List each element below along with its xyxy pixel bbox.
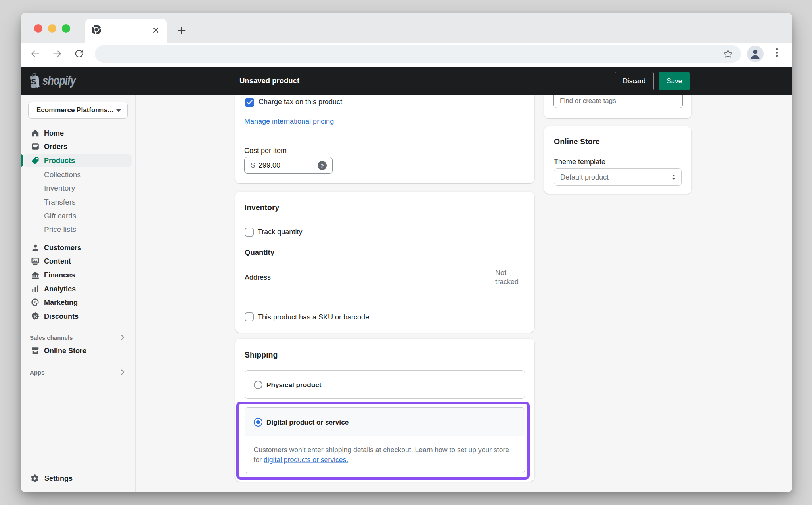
svg-text:S: S — [31, 77, 36, 86]
